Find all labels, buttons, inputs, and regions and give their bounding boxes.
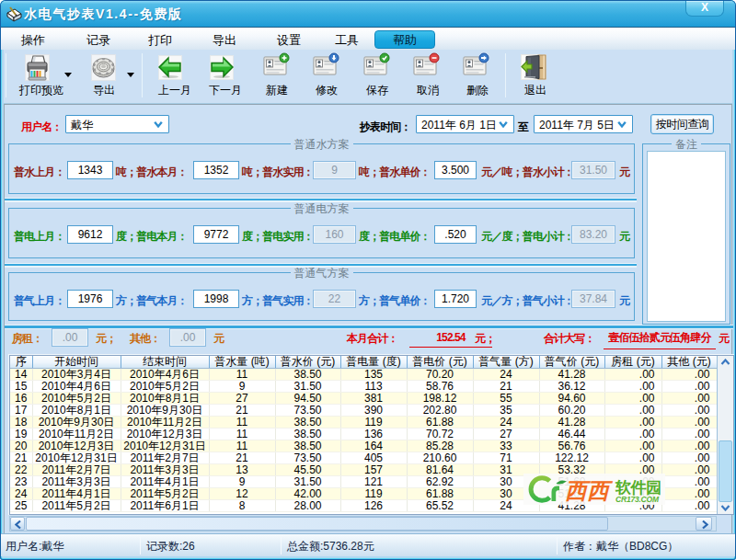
svg-text:CR173.COM: CR173.COM: [615, 495, 660, 504]
svg-text:西西: 西西: [565, 478, 614, 503]
